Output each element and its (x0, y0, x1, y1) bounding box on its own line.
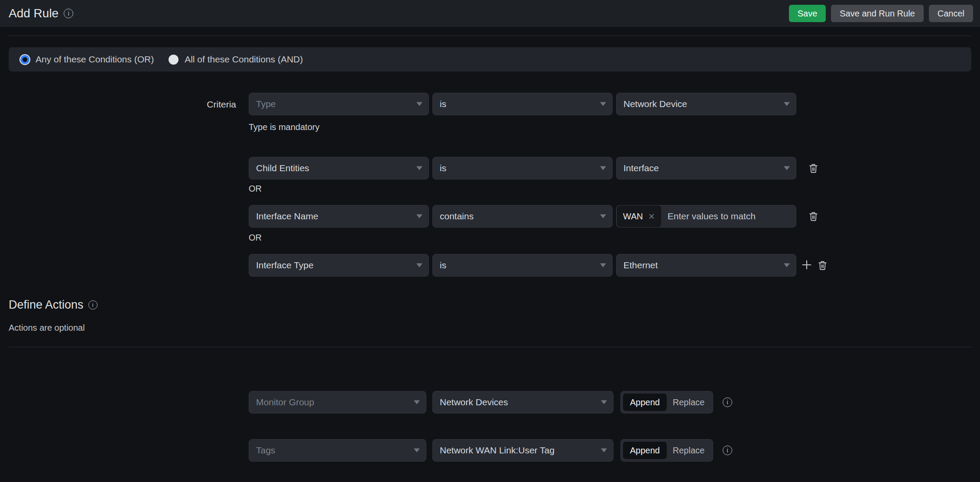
value-chip-text: WAN (623, 212, 643, 221)
delete-condition-button[interactable] (816, 259, 828, 271)
info-icon[interactable]: i (723, 446, 732, 455)
criteria-row1-operator-value: is (440, 99, 446, 109)
append-toggle-option[interactable]: Append (623, 442, 667, 459)
chevron-down-icon (416, 264, 422, 267)
radio-all-label: All of these Conditions (AND) (185, 54, 303, 65)
action-row1-type-select[interactable]: Monitor Group (249, 391, 426, 414)
delete-condition-button[interactable] (807, 162, 819, 174)
criteria-row2-operator-value: is (440, 163, 446, 173)
trash-icon (808, 211, 819, 222)
criteria-row4-field-value: Interface Type (256, 260, 314, 270)
action-row1-value: Network Devices (440, 397, 508, 407)
trash-icon (817, 260, 828, 271)
radio-unselected-icon (169, 55, 178, 65)
page-title-text: Add Rule (9, 7, 58, 20)
actions-optional-note: Actions are optional (9, 323, 85, 333)
remove-chip-icon[interactable]: ✕ (648, 212, 655, 221)
chevron-down-icon (600, 166, 606, 170)
chevron-down-icon (784, 166, 790, 170)
radio-selected-icon (20, 55, 29, 64)
chevron-down-icon (414, 401, 420, 404)
criteria-row4-value-select[interactable]: Ethernet (616, 254, 796, 277)
action-row2-mode-toggle: Append Replace (620, 439, 713, 462)
save-button[interactable]: Save (789, 5, 826, 22)
criteria-row4-value: Ethernet (623, 260, 658, 270)
value-chip: WAN ✕ (617, 205, 661, 227)
criteria-row2-field-value: Child Entities (256, 163, 309, 173)
or-divider-label: OR (249, 233, 262, 243)
criteria-row1-value: Network Device (623, 99, 687, 109)
criteria-row4-operator-select[interactable]: is (432, 254, 613, 277)
criteria-row3-operator-select[interactable]: contains (432, 205, 613, 228)
radio-any-label: Any of these Conditions (OR) (36, 54, 154, 65)
criteria-label: Criteria (169, 99, 236, 110)
chevron-down-icon (416, 102, 422, 106)
action-row2-type-value: Tags (256, 445, 275, 456)
criteria-row1-operator-select[interactable]: is (432, 93, 613, 115)
criteria-row2-value: Interface (623, 163, 659, 173)
chevron-down-icon (784, 102, 790, 106)
criteria-row3-field-select[interactable]: Interface Name (249, 205, 429, 228)
chevron-down-icon (601, 449, 607, 453)
criteria-row3-values-input[interactable]: WAN ✕ Enter values to match (616, 205, 796, 228)
chevron-down-icon (784, 264, 790, 267)
cancel-button[interactable]: Cancel (929, 5, 973, 22)
chevron-down-icon (600, 264, 606, 267)
values-input-placeholder: Enter values to match (668, 211, 756, 221)
action-row1-value-select[interactable]: Network Devices (432, 391, 613, 414)
replace-toggle-option[interactable]: Replace (667, 442, 711, 459)
chevron-down-icon (416, 166, 422, 170)
info-icon[interactable]: i (88, 300, 97, 309)
page-title: Add Rule i (9, 7, 73, 20)
header-bar: Add Rule i Save Save and Run Rule Cancel (0, 0, 980, 27)
action-row1-type-value: Monitor Group (256, 397, 314, 407)
define-actions-title-text: Define Actions (9, 298, 84, 312)
info-icon[interactable]: i (64, 9, 73, 18)
trash-icon (808, 163, 819, 174)
condition-mode-bar: Any of these Conditions (OR) All of thes… (9, 47, 971, 72)
action-row2-type-select[interactable]: Tags (249, 439, 426, 462)
or-divider-label: OR (249, 184, 262, 194)
type-mandatory-note: Type is mandatory (249, 122, 319, 132)
chevron-down-icon (601, 401, 607, 404)
add-condition-button[interactable] (801, 259, 813, 271)
save-and-run-rule-button[interactable]: Save and Run Rule (831, 5, 923, 22)
action-row2-value-select[interactable]: Network WAN Link:User Tag (432, 439, 613, 462)
add-rule-screen: Add Rule i Save Save and Run Rule Cancel… (0, 0, 980, 482)
criteria-row2-operator-select[interactable]: is (432, 157, 613, 179)
chevron-down-icon (414, 449, 420, 453)
criteria-row2-field-select[interactable]: Child Entities (249, 157, 429, 179)
criteria-row2-value-select[interactable]: Interface (616, 157, 796, 179)
delete-condition-button[interactable] (807, 210, 819, 222)
header-divider (9, 36, 971, 36)
action-row1-mode-toggle: Append Replace (620, 391, 713, 414)
replace-toggle-option[interactable]: Replace (667, 394, 711, 411)
chevron-down-icon (416, 215, 422, 218)
plus-icon (801, 259, 813, 271)
criteria-row4-operator-value: is (440, 260, 446, 270)
criteria-row1-field-select[interactable]: Type (249, 93, 429, 115)
chevron-down-icon (600, 215, 606, 218)
radio-any-conditions-or[interactable]: Any of these Conditions (OR) (20, 54, 154, 65)
info-icon[interactable]: i (723, 397, 732, 407)
action-row2-value: Network WAN Link:User Tag (440, 445, 555, 456)
criteria-row1-value-select[interactable]: Network Device (616, 93, 796, 115)
criteria-row4-field-select[interactable]: Interface Type (249, 254, 429, 277)
actions-divider (9, 347, 971, 347)
radio-all-conditions-and[interactable]: All of these Conditions (AND) (169, 54, 303, 65)
chevron-down-icon (600, 102, 606, 106)
criteria-row3-field-value: Interface Name (256, 211, 318, 221)
criteria-row1-field-value: Type (256, 99, 276, 109)
append-toggle-option[interactable]: Append (623, 394, 667, 411)
define-actions-title: Define Actions i (9, 298, 97, 312)
criteria-row3-operator-value: contains (440, 211, 474, 221)
